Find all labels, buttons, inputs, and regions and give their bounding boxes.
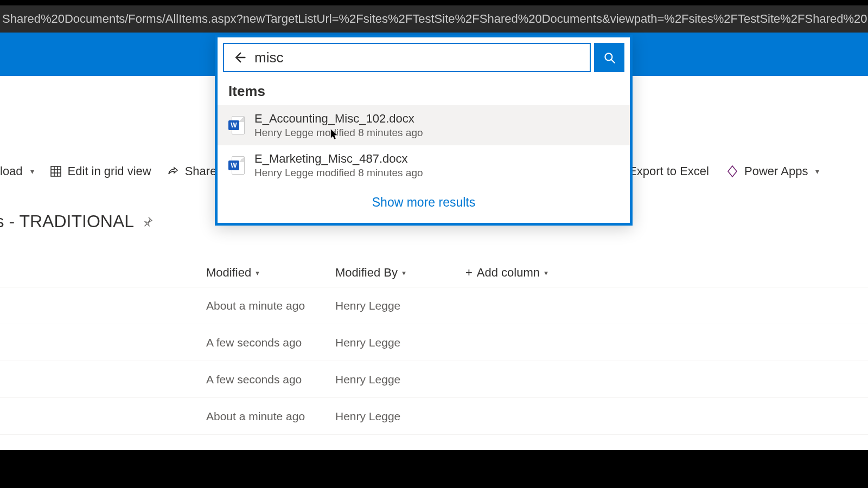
upload-label: load — [0, 164, 23, 178]
cell-modified-by: Henry Legge — [335, 410, 400, 423]
result-text: E_Marketing_Misc_487.docx Henry Legge mo… — [254, 152, 423, 179]
column-modified-label: Modified — [206, 266, 251, 280]
cell-modified-by: Henry Legge — [335, 299, 400, 312]
search-result[interactable]: W E_Marketing_Misc_487.docx Henry Legge … — [218, 145, 630, 185]
search-input[interactable] — [254, 49, 590, 66]
share-icon — [167, 165, 180, 178]
arrow-left-icon — [232, 50, 247, 65]
column-modified-by-label: Modified By — [335, 266, 398, 280]
results-section-label: Items — [218, 80, 630, 105]
result-title: E_Marketing_Misc_487.docx — [254, 152, 423, 166]
table-row[interactable]: A few seconds ago Henry Legge — [0, 324, 868, 361]
cell-modified: About a minute ago — [206, 299, 305, 312]
search-box — [223, 43, 591, 72]
table-row[interactable]: g About a minute ago Henry Legge — [0, 287, 868, 324]
result-subtitle: Henry Legge modified 8 minutes ago — [254, 127, 423, 139]
table-row[interactable]: About a minute ago Henry Legge — [0, 398, 868, 435]
chevron-down-icon: ▾ — [544, 268, 548, 277]
share-label: Share — [185, 164, 217, 178]
add-column-button[interactable]: + Add column ▾ — [465, 266, 548, 280]
search-result[interactable]: W E_Accounting_Misc_102.docx Henry Legge… — [218, 105, 630, 145]
edit-grid-label: Edit in grid view — [68, 164, 151, 178]
video-bottom-bar — [0, 450, 868, 488]
svg-line-8 — [611, 60, 614, 62]
library-title: nses - TRADITIONAL — [0, 211, 154, 232]
svg-rect-0 — [51, 166, 61, 176]
search-icon — [602, 50, 616, 65]
result-title: E_Accounting_Misc_102.docx — [254, 112, 423, 126]
add-column-label: Add column — [477, 266, 540, 280]
upload-button[interactable]: load ▾ — [0, 164, 34, 178]
cell-modified: A few seconds ago — [206, 336, 302, 349]
app-frame: Shared%20Documents/Forms/AllItems.aspx?n… — [0, 5, 868, 483]
power-apps-label: Power Apps — [744, 164, 808, 178]
library-title-text: nses - TRADITIONAL — [0, 211, 134, 232]
stage: Shared%20Documents/Forms/AllItems.aspx?n… — [0, 0, 868, 488]
edit-grid-button[interactable]: Edit in grid view — [49, 164, 151, 178]
search-submit-button[interactable] — [594, 43, 624, 72]
cell-modified: About a minute ago — [206, 410, 305, 423]
word-doc-icon: W — [228, 156, 245, 175]
search-row — [218, 37, 630, 80]
show-more-results[interactable]: Show more results — [218, 185, 630, 223]
result-subtitle: Henry Legge modified 8 minutes ago — [254, 167, 423, 179]
word-doc-icon: W — [228, 116, 245, 134]
grid-icon — [49, 165, 62, 178]
svg-point-7 — [605, 53, 612, 60]
file-rows: g About a minute ago Henry Legge A few s… — [0, 287, 868, 435]
cell-modified-by: Henry Legge — [335, 336, 400, 349]
table-row[interactable]: A few seconds ago Henry Legge — [0, 361, 868, 398]
powerapps-icon — [726, 165, 739, 178]
address-bar[interactable]: Shared%20Documents/Forms/AllItems.aspx?n… — [0, 5, 868, 33]
share-button[interactable]: Share — [167, 164, 217, 178]
search-back-button[interactable] — [224, 44, 254, 71]
result-text: E_Accounting_Misc_102.docx Henry Legge m… — [254, 112, 423, 139]
power-apps-button[interactable]: Power Apps ▾ — [726, 164, 819, 178]
cell-modified-by: Henry Legge — [335, 373, 400, 386]
plus-icon: + — [465, 266, 473, 280]
chevron-down-icon: ▾ — [402, 268, 406, 277]
pin-icon[interactable] — [142, 216, 154, 228]
column-modified-by[interactable]: Modified By ▾ — [335, 266, 406, 280]
chevron-down-icon: ▾ — [256, 268, 259, 277]
export-excel-label: Export to Excel — [629, 164, 709, 178]
column-modified[interactable]: Modified ▾ — [206, 266, 259, 280]
column-headers: Modified ▾ Modified By ▾ + Add column ▾ — [0, 258, 868, 287]
search-popover: Items W E_Accounting_Misc_102.docx Henry… — [215, 35, 633, 226]
chevron-down-icon: ▾ — [815, 167, 819, 176]
chevron-down-icon: ▾ — [30, 167, 34, 176]
cell-modified: A few seconds ago — [206, 373, 302, 386]
